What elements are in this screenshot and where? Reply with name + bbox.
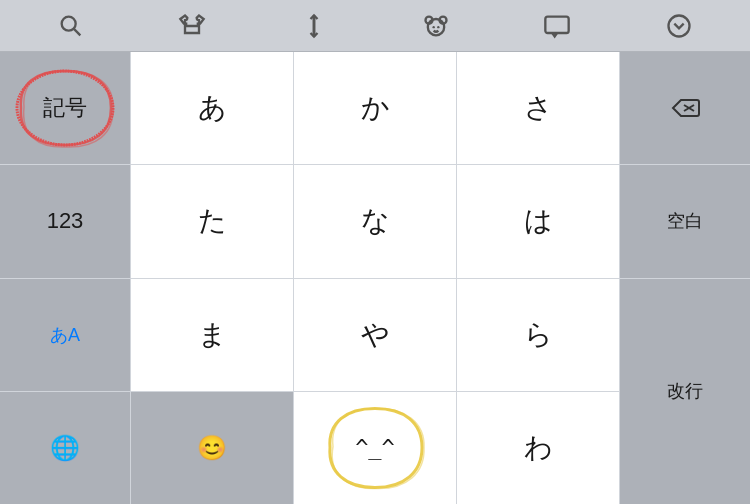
key-sa[interactable]: さ bbox=[457, 52, 619, 164]
backspace-icon bbox=[669, 96, 701, 120]
svg-point-5 bbox=[439, 16, 446, 23]
bear-icon[interactable] bbox=[411, 6, 461, 46]
svg-point-9 bbox=[669, 15, 690, 36]
cursor-icon[interactable] bbox=[289, 6, 339, 46]
key-ha[interactable]: は bbox=[457, 165, 619, 277]
emoji-key[interactable]: 😊 bbox=[131, 392, 293, 504]
message-icon[interactable] bbox=[532, 6, 582, 46]
search-icon[interactable] bbox=[46, 6, 96, 46]
key-aaA[interactable]: あA bbox=[0, 279, 130, 391]
shirt-icon[interactable] bbox=[167, 6, 217, 46]
kigou-label: 記号 bbox=[43, 93, 87, 123]
svg-rect-8 bbox=[546, 16, 569, 32]
key-ma[interactable]: ま bbox=[131, 279, 293, 391]
space-key[interactable]: 空白 bbox=[620, 165, 750, 277]
key-ra[interactable]: ら bbox=[457, 279, 619, 391]
enter-key[interactable]: 改行 bbox=[620, 279, 750, 505]
svg-line-1 bbox=[74, 28, 80, 34]
key-kaomoji[interactable]: ^_^ bbox=[294, 392, 456, 504]
key-wa[interactable]: わ bbox=[457, 392, 619, 504]
keyboard-grid: 記号 あ か さ 123 た な は 空白 bbox=[0, 52, 750, 504]
svg-point-6 bbox=[432, 26, 434, 28]
svg-point-7 bbox=[437, 26, 439, 28]
key-na[interactable]: な bbox=[294, 165, 456, 277]
kigou-key[interactable]: 記号 bbox=[0, 52, 130, 164]
key-ta[interactable]: た bbox=[131, 165, 293, 277]
backspace-key[interactable] bbox=[620, 52, 750, 164]
key-ya[interactable]: や bbox=[294, 279, 456, 391]
key-ka[interactable]: か bbox=[294, 52, 456, 164]
globe-key[interactable]: 🌐 bbox=[0, 392, 130, 504]
svg-point-0 bbox=[61, 16, 75, 30]
chevron-down-icon[interactable] bbox=[654, 6, 704, 46]
key-a[interactable]: あ bbox=[131, 52, 293, 164]
keyboard-toolbar bbox=[0, 0, 750, 52]
svg-point-4 bbox=[425, 16, 432, 23]
key-123[interactable]: 123 bbox=[0, 165, 130, 277]
